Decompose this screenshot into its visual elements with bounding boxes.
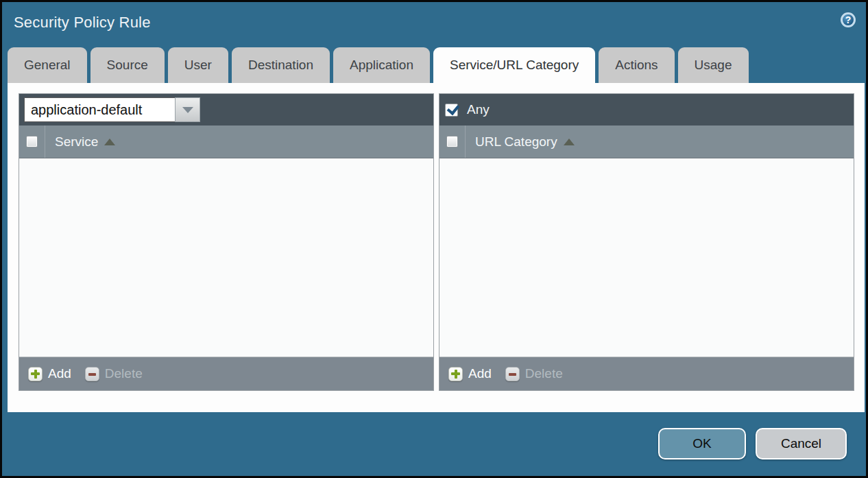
tab-general[interactable]: General [8, 47, 87, 83]
minus-icon [505, 367, 520, 381]
sort-ascending-icon[interactable] [104, 139, 115, 145]
url-category-panel-footer: Add Delete [439, 357, 854, 390]
service-type-input[interactable] [24, 97, 175, 122]
url-category-toolbar: Any [439, 94, 854, 126]
chevron-down-icon [182, 107, 193, 113]
service-select-all-checkbox[interactable] [26, 136, 38, 147]
delete-button-label: Delete [105, 366, 143, 381]
url-category-delete-button[interactable]: Delete [505, 366, 563, 381]
plus-icon [448, 367, 463, 381]
url-category-select-all-column [439, 126, 466, 158]
page-title: Security Policy Rule [14, 14, 151, 32]
minus-icon [85, 367, 99, 381]
service-toolbar [19, 94, 433, 126]
tab-source[interactable]: Source [91, 47, 165, 83]
service-type-combo [24, 97, 200, 122]
any-label: Any [467, 102, 490, 117]
add-button-label: Add [48, 366, 71, 381]
service-add-button[interactable]: Add [28, 366, 71, 381]
dialog-action-buttons: OK Cancel [658, 428, 847, 459]
help-icon[interactable]: ? [841, 12, 856, 27]
tab-user[interactable]: User [168, 47, 228, 83]
service-table-header: Service [19, 126, 433, 158]
tab-application[interactable]: Application [333, 47, 430, 83]
url-category-column-header[interactable]: URL Category [475, 134, 557, 150]
delete-button-label: Delete [525, 366, 563, 381]
service-select-all-column [19, 126, 45, 158]
sort-ascending-icon[interactable] [564, 139, 575, 145]
tab-actions[interactable]: Actions [599, 47, 674, 83]
tab-usage[interactable]: Usage [678, 47, 749, 83]
service-delete-button[interactable]: Delete [85, 366, 143, 381]
url-category-add-button[interactable]: Add [448, 366, 492, 381]
url-category-panel: Any URL Category Add Delete [439, 93, 854, 391]
security-policy-rule-dialog: Security Policy Rule ? General Source Us… [0, 0, 868, 478]
tab-destination[interactable]: Destination [232, 47, 330, 83]
tab-bar: General Source User Destination Applicat… [8, 47, 749, 83]
ok-button[interactable]: OK [658, 428, 746, 459]
tab-content-area: Service Add Delete Any [8, 83, 865, 412]
cancel-button[interactable]: Cancel [756, 428, 847, 459]
service-panel: Service Add Delete [19, 93, 434, 391]
plus-icon [28, 367, 43, 381]
service-column-header[interactable]: Service [55, 134, 98, 150]
service-panel-footer: Add Delete [19, 357, 433, 390]
tab-service-url-category[interactable]: Service/URL Category [433, 47, 595, 83]
add-button-label: Add [468, 366, 492, 381]
url-category-select-all-checkbox[interactable] [446, 136, 458, 147]
service-table-body [19, 158, 433, 357]
url-category-table-header: URL Category [439, 126, 854, 158]
url-category-table-body [439, 158, 854, 357]
any-checkbox[interactable] [445, 104, 458, 117]
service-type-dropdown-button[interactable] [175, 97, 200, 122]
